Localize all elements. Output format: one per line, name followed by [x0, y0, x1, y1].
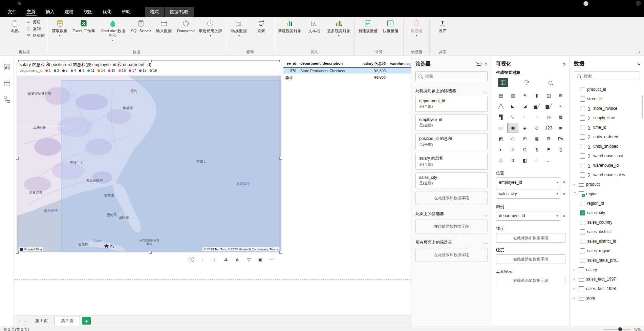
table-visual[interactable]: ee_id department_description salary 的总和 … [283, 60, 411, 81]
report-view-icon[interactable] [3, 63, 10, 71]
kpi-icon[interactable]: ◩ [495, 134, 507, 143]
field-checkbox[interactable] [580, 229, 585, 234]
report-page[interactable]: salary 的总和 和 position_id 的总和(按 employee_… [14, 56, 411, 315]
field-checkbox[interactable] [580, 87, 585, 92]
arcgis-map-icon[interactable]: ◌ [531, 156, 542, 165]
legend-item[interactable]: 15 [108, 68, 115, 73]
legend-item[interactable]: 1 [45, 68, 51, 73]
gauge-icon[interactable]: ⊙ [507, 134, 518, 143]
resize-handle-sw[interactable] [16, 251, 19, 254]
menu-insert[interactable]: 插入 [41, 7, 60, 17]
filters-visual-drop-area[interactable]: 在此处添加数据字段 [415, 191, 488, 205]
chevron-down-icon[interactable]: ▾ [557, 214, 558, 218]
qna-icon[interactable]: Q [519, 145, 530, 154]
map-icon[interactable]: ◉ [507, 123, 518, 132]
more-visuals-button[interactable]: 更多视觉对象 ▾ [325, 18, 352, 37]
previous-page-icon[interactable]: ‹ [17, 318, 22, 324]
drill-up-icon[interactable]: ↑ [200, 256, 206, 263]
transform-data-button[interactable]: 转换数据 ▾ [228, 18, 250, 37]
menu-modeling[interactable]: 建模 [60, 7, 79, 17]
filter-card[interactable]: sales_city 是(全部) [415, 172, 488, 188]
field-product-id[interactable]: › ∑ product_id [570, 85, 644, 94]
table-store[interactable]: › ∑ store [570, 293, 644, 303]
collapse-pane-icon[interactable]: » [563, 61, 566, 67]
legend-item[interactable]: 18 [139, 68, 147, 73]
donut-chart-icon[interactable]: ◎ [543, 112, 554, 122]
column-header[interactable]: department_description [298, 60, 353, 67]
field-checkbox[interactable] [580, 239, 585, 244]
metrics-icon[interactable]: ⚑ [543, 145, 554, 154]
field-checkbox[interactable] [580, 163, 585, 168]
column-header[interactable]: salary 的总和 [353, 60, 388, 67]
enter-data-button[interactable]: 输入数据 [153, 18, 175, 34]
field-store-invoice[interactable]: › ∑ store_invoice [570, 104, 644, 113]
legend-item[interactable]: 17 [129, 68, 136, 73]
account-icon[interactable] [583, 1, 588, 6]
table-icon[interactable]: ⊞ [519, 134, 530, 143]
shape-map-icon[interactable]: ◇ [531, 123, 542, 132]
more-options-icon[interactable]: ⋯ [269, 256, 275, 263]
longitude-drop-area[interactable]: 在此处添加数据字段 [496, 254, 566, 264]
field-checkbox[interactable] [580, 248, 585, 253]
resize-handle-se[interactable] [279, 251, 282, 254]
line-chart-icon[interactable]: ╱╲ [495, 101, 507, 111]
zoom-slider-thumb[interactable] [618, 327, 622, 331]
matrix-icon[interactable]: ▦ [531, 134, 542, 143]
scatter-chart-icon[interactable]: ∴ [519, 112, 530, 122]
field-pill-employee-id[interactable]: employee_id▾ [496, 178, 560, 187]
resize-handle-s[interactable] [149, 251, 152, 254]
more-options-icon[interactable]: … [483, 240, 488, 245]
data-view-icon[interactable] [3, 80, 10, 87]
go-to-next-level-icon[interactable]: ⇊ [223, 256, 229, 263]
terms-link[interactable]: Terms [270, 248, 278, 251]
funnel-chart-icon[interactable]: ▽ [507, 112, 518, 122]
expand-icon[interactable]: › [573, 286, 577, 291]
field-checkbox[interactable] [580, 106, 585, 111]
menu-optimize[interactable]: 优化 [98, 7, 116, 17]
line-stacked-column-icon[interactable]: ▅╱ [531, 101, 542, 111]
filters-all-pages-drop-area[interactable]: 在此处添加数据字段 [415, 248, 488, 262]
collapse-pane-icon[interactable]: » [485, 61, 488, 67]
onelake-hub-button[interactable]: OneLake 数据中心 ▾ [97, 18, 129, 41]
pie-chart-icon[interactable]: ◔ [531, 112, 542, 122]
field-supply-time[interactable]: › ∑ supply_time [570, 113, 644, 123]
filters-search[interactable] [415, 71, 488, 81]
more-options-icon[interactable]: … [483, 212, 488, 216]
new-measure-button[interactable]: 123 新建度量值 [357, 18, 380, 34]
next-page-icon[interactable]: › [23, 318, 28, 324]
analytics-tab[interactable] [545, 78, 556, 87]
legend-item[interactable]: 14 [98, 68, 105, 73]
resize-handle-n[interactable] [149, 60, 152, 62]
tooltips-drop-area[interactable]: 在此处添加数据字段 [496, 276, 566, 285]
legend-item[interactable]: 5 [79, 68, 84, 73]
field-checkbox[interactable] [580, 125, 585, 130]
field-checkbox[interactable] [580, 144, 585, 149]
remove-field-icon[interactable]: ✕ [562, 214, 565, 218]
field-checkbox[interactable] [580, 135, 585, 140]
dataverse-button[interactable]: Dataverse [175, 18, 197, 34]
clustered-bar-chart-icon[interactable]: ≡ [519, 90, 530, 100]
drill-down-icon[interactable]: ↓ [211, 256, 217, 263]
table-row[interactable]: 370 Store Permanent Checkers ¥6,800 13 [283, 68, 411, 74]
recent-sources-button[interactable]: 最近使用的源 ▾ [197, 18, 224, 37]
treemap-icon[interactable]: ▦ [555, 112, 566, 122]
eye-icon[interactable] [476, 62, 481, 66]
expand-icon[interactable]: › [573, 267, 577, 272]
filter-card[interactable]: department_id 是(全部) [415, 96, 488, 112]
decomposition-tree-icon[interactable]: ⋔ [507, 145, 518, 154]
smart-narrative-icon[interactable]: ¶ [531, 145, 542, 154]
remove-field-icon[interactable]: ✕ [562, 180, 565, 185]
line-clustered-column-icon[interactable]: ▆╱ [543, 101, 554, 111]
menu-view[interactable]: 视图 [79, 7, 98, 17]
collapse-ribbon-icon[interactable]: ∧ [638, 50, 641, 54]
filter-card[interactable]: employee_id 是(全部) [415, 115, 488, 130]
field-checkbox[interactable] [580, 258, 585, 263]
map-body[interactable]: 印第安纳波利斯纽约华盛顿圣路易斯亚特兰大杰克逊维尔新奥尔良奥兰多迈阿密墨西哥湾巴… [17, 76, 281, 252]
field-sales-city[interactable]: › ∑ sales_city [570, 208, 644, 218]
legend-item[interactable]: 19 [150, 68, 157, 73]
visual-info-icon[interactable]: i [188, 256, 194, 263]
table-region[interactable]: › ∑ region [570, 189, 644, 199]
menu-format[interactable]: 格式 [145, 7, 164, 17]
cut-button[interactable]: ✂ 剪切 [26, 20, 45, 25]
field-checkbox[interactable] [580, 97, 585, 102]
